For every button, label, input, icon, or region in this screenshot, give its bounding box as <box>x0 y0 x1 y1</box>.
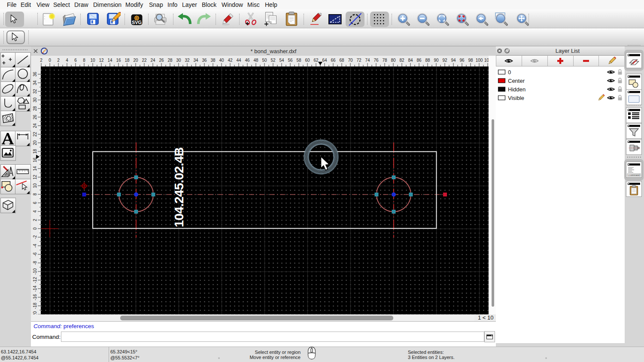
svg-text:4: 4 <box>33 210 37 213</box>
svg-text:60: 60 <box>305 58 310 63</box>
svg-text:12: 12 <box>99 58 104 63</box>
svg-text:20: 20 <box>33 140 37 145</box>
svg-text:66: 66 <box>331 58 336 63</box>
svg-text:30: 30 <box>176 58 181 63</box>
svg-text:2: 2 <box>40 58 43 63</box>
svg-text:80: 80 <box>391 58 396 63</box>
svg-text:28: 28 <box>167 58 173 63</box>
svg-text:24: 24 <box>33 123 37 128</box>
svg-text:-8: -8 <box>33 261 37 265</box>
svg-text:78: 78 <box>382 58 387 63</box>
svg-text:4: 4 <box>66 58 68 63</box>
svg-text:58: 58 <box>296 58 301 63</box>
svg-text:62: 62 <box>313 58 319 63</box>
svg-text:90: 90 <box>434 58 439 63</box>
svg-text:6: 6 <box>74 58 77 63</box>
svg-text:32: 32 <box>33 89 37 94</box>
svg-text:54: 54 <box>279 58 284 63</box>
svg-text:-20: -20 <box>33 311 37 314</box>
svg-text:92: 92 <box>442 58 447 63</box>
svg-text:46: 46 <box>245 58 250 63</box>
svg-text:6: 6 <box>33 202 37 204</box>
svg-text:-10: -10 <box>33 268 37 275</box>
svg-text:86: 86 <box>416 58 422 63</box>
svg-text:42: 42 <box>228 58 233 63</box>
svg-text:26: 26 <box>159 58 164 63</box>
svg-text:18: 18 <box>33 149 37 154</box>
svg-text:74: 74 <box>365 58 370 63</box>
svg-text:26: 26 <box>33 115 37 120</box>
svg-text:30: 30 <box>33 97 37 103</box>
svg-text:64: 64 <box>322 58 327 63</box>
svg-text:-6: -6 <box>33 252 37 256</box>
svg-text:20: 20 <box>133 58 138 63</box>
svg-text:10: 10 <box>33 183 37 188</box>
svg-text:34: 34 <box>193 58 198 63</box>
svg-text:38: 38 <box>210 58 216 63</box>
svg-text:-14: -14 <box>33 285 37 292</box>
svg-text:40: 40 <box>219 58 224 63</box>
svg-text:0: 0 <box>49 58 51 63</box>
svg-text:22: 22 <box>142 58 147 63</box>
svg-text:14: 14 <box>33 166 37 171</box>
svg-text:68: 68 <box>339 58 344 63</box>
svg-text:-16: -16 <box>33 294 37 300</box>
svg-text:32: 32 <box>185 58 190 63</box>
svg-text:72: 72 <box>356 58 361 63</box>
svg-text:98: 98 <box>468 58 473 63</box>
svg-text:c command: c command <box>629 174 640 176</box>
svg-text:36: 36 <box>33 72 37 77</box>
svg-text:Layer List: Layer List <box>556 48 580 54</box>
svg-text:56: 56 <box>288 58 293 63</box>
svg-text:50: 50 <box>262 58 267 63</box>
svg-text:96: 96 <box>459 58 465 63</box>
svg-text:94: 94 <box>451 58 456 63</box>
svg-text:8: 8 <box>33 193 37 196</box>
svg-text:SVG: SVG <box>132 20 142 25</box>
svg-text:12: 12 <box>33 175 37 180</box>
svg-text:-18: -18 <box>33 302 37 309</box>
svg-text:14: 14 <box>107 58 112 63</box>
svg-text:22: 22 <box>33 132 37 137</box>
svg-text:0: 0 <box>33 227 37 230</box>
svg-text:-4: -4 <box>33 244 37 247</box>
svg-text:8: 8 <box>83 58 85 63</box>
svg-text:100: 100 <box>476 58 483 63</box>
svg-text:84: 84 <box>408 58 413 63</box>
svg-text:34: 34 <box>33 80 37 85</box>
svg-text:2: 2 <box>57 58 60 63</box>
svg-text:-2: -2 <box>33 235 37 239</box>
svg-text:76: 76 <box>374 58 379 63</box>
svg-text:28: 28 <box>33 106 37 111</box>
svg-text:48: 48 <box>253 58 258 63</box>
svg-text:44: 44 <box>236 58 241 63</box>
svg-text:2: 2 <box>33 219 37 221</box>
svg-text:88: 88 <box>425 58 430 63</box>
svg-text:70: 70 <box>348 58 353 63</box>
svg-text:52: 52 <box>270 58 276 63</box>
svg-text:24: 24 <box>150 58 155 63</box>
svg-text:16: 16 <box>116 58 121 63</box>
svg-text:102: 102 <box>484 58 489 63</box>
svg-text:82: 82 <box>399 58 404 63</box>
svg-text:36: 36 <box>202 58 207 63</box>
svg-text:10: 10 <box>90 58 95 63</box>
svg-text:18: 18 <box>125 58 130 63</box>
svg-text:-12: -12 <box>33 277 37 283</box>
svg-text:104.245.02.4B: 104.245.02.4B <box>172 147 186 227</box>
